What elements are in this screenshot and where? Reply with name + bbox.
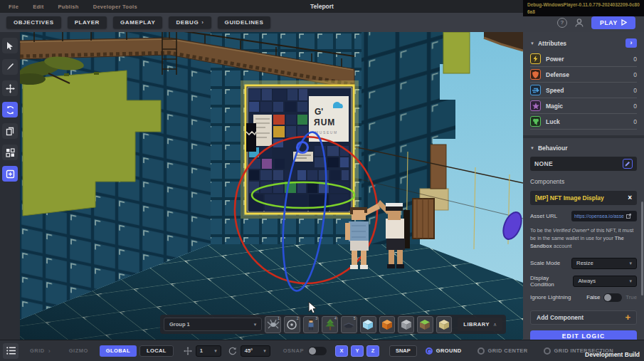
speed-icon xyxy=(530,85,541,95)
display-condition-row: Display Condition Always ▾ xyxy=(530,275,637,288)
asset-slot-npc[interactable]: 3 xyxy=(303,316,320,333)
asset-slot-sand-cube[interactable] xyxy=(436,316,453,333)
play-triangle-icon xyxy=(621,19,627,26)
rotate-step-select[interactable]: 45°▾ xyxy=(241,345,270,357)
add-asset-tool-button[interactable] xyxy=(2,166,18,182)
menu-developer-tools[interactable]: Developer Tools xyxy=(93,4,137,10)
cursor-icon xyxy=(6,41,14,51)
attributes-next-button[interactable]: › xyxy=(625,38,637,48)
chevron-down-icon: ▾ xyxy=(629,261,632,266)
edit-behaviour-button[interactable] xyxy=(623,159,633,169)
move-icon xyxy=(6,84,15,93)
help-icon[interactable]: ? xyxy=(557,18,567,28)
sand-cube-icon xyxy=(438,318,450,331)
add-component-button[interactable]: Add Component + xyxy=(530,310,637,325)
brush-icon xyxy=(6,63,14,71)
stone-cube-icon xyxy=(400,318,413,331)
grid-label[interactable]: GRID xyxy=(30,347,45,354)
copy-icon xyxy=(6,127,14,136)
behaviour-value-row: NONE xyxy=(530,157,637,171)
close-icon[interactable]: × xyxy=(628,194,632,202)
window-title: Teleport xyxy=(310,3,334,10)
menu-edit[interactable]: Edit xyxy=(33,4,43,10)
nft-image-display-object[interactable]: G' ЯUM MUSEUM xyxy=(243,83,356,216)
wooden-door xyxy=(413,199,434,239)
menu-publish[interactable]: Publish xyxy=(58,4,79,10)
global-button[interactable]: GLOBAL xyxy=(100,345,137,357)
asset-url-input[interactable]: https://opensea.io/asse xyxy=(571,211,637,221)
attributes-section: ▼ Attributes › Power 0 Defense 0 Speed 0 xyxy=(523,32,644,135)
plus-icon: + xyxy=(625,313,630,322)
asset-slot-tree[interactable]: 4 xyxy=(322,316,338,333)
asset-slot-creature[interactable]: 1 xyxy=(265,316,281,333)
move-tool-button[interactable] xyxy=(2,80,18,96)
asset-slot-ice-cube[interactable] xyxy=(360,316,376,333)
objectives-button[interactable]: OBJECTIVES xyxy=(6,16,61,28)
paint-tool-button[interactable] xyxy=(2,59,18,75)
viewport-scene: G' ЯUM MUSEUM xyxy=(20,32,523,340)
add-box-icon xyxy=(6,169,15,179)
play-button[interactable]: PLAY xyxy=(591,16,635,29)
snap-ground-radio[interactable]: GROUND xyxy=(426,347,462,355)
snap-grid-center-radio[interactable]: GRID CENTER xyxy=(477,347,528,355)
rotate-icon xyxy=(6,105,15,115)
axis-y-button[interactable]: Y xyxy=(351,345,364,357)
radio-selected-icon xyxy=(426,347,433,355)
ice-cube-icon xyxy=(361,318,374,331)
panel-scrollbar[interactable] xyxy=(641,202,643,295)
select-tool-button[interactable] xyxy=(2,38,18,53)
asset-slot-stone-cube[interactable] xyxy=(398,316,414,333)
group-select[interactable]: Group 1 ▾ xyxy=(164,318,262,331)
viewport-3d[interactable]: G' ЯUM MUSEUM xyxy=(20,32,523,340)
build-id-badge: Debug-WindowsPlayer-0.11.0.779-202403220… xyxy=(523,0,644,16)
svg-text:ЯUM: ЯUM xyxy=(314,117,335,127)
chevron-down-icon: ▾ xyxy=(629,278,632,284)
svg-text:G': G' xyxy=(315,107,323,117)
duplicate-tool-button[interactable] xyxy=(2,123,18,139)
chevron-right-icon: › xyxy=(48,347,51,355)
component-card-nft-image-display[interactable]: [MP] NFT Image Display × xyxy=(530,191,637,205)
player-button[interactable]: PLAYER xyxy=(68,16,107,28)
behaviour-header: Behaviour xyxy=(538,145,568,152)
debug-button[interactable]: DEBUG› xyxy=(169,16,211,28)
move-step-select[interactable]: 1▾ xyxy=(196,345,221,357)
status-bar: GRID › GIZMO GLOBAL LOCAL 1▾ 45°▾ OSNAP … xyxy=(0,340,644,361)
rotate-tool-button[interactable] xyxy=(2,102,18,117)
chevron-down-icon: ▾ xyxy=(254,322,257,328)
left-tool-column xyxy=(0,32,20,340)
pencil-icon xyxy=(625,161,630,167)
luck-icon xyxy=(530,116,541,127)
asset-url-row: Asset URL https://opensea.io/asse xyxy=(530,211,637,221)
attributes-header: Attributes xyxy=(538,40,566,47)
asset-slot-grass-cube[interactable] xyxy=(417,316,433,333)
nft-museum-logo: G' ЯUM MUSEUM xyxy=(309,96,349,142)
asset-quick-bar: Group 1 ▾ 1 2 3 4 5 xyxy=(160,315,506,334)
display-condition-select[interactable]: Always ▾ xyxy=(573,276,637,287)
asset-slot-lava-cube[interactable] xyxy=(379,316,396,333)
guidelines-button[interactable]: GUIDELINES xyxy=(218,16,271,28)
arrange-tool-button[interactable] xyxy=(2,145,18,160)
layers-list-button[interactable] xyxy=(3,343,19,359)
chevron-right-icon: › xyxy=(201,19,204,26)
attribute-row-luck: Luck 0 xyxy=(530,114,637,130)
defense-icon xyxy=(530,69,541,80)
asset-slot-boat[interactable]: 5 xyxy=(341,316,357,333)
gameplay-button[interactable]: GAMEPLAY xyxy=(113,16,162,28)
library-button[interactable]: LIBRARY ∧ xyxy=(458,318,502,331)
menu-file[interactable]: File xyxy=(9,4,19,10)
scale-mode-select[interactable]: Resize ▾ xyxy=(571,258,637,269)
snap-label: SNAP xyxy=(389,345,417,357)
attribute-row-magic: Magic 0 xyxy=(530,98,637,114)
local-button[interactable]: LOCAL xyxy=(139,345,174,357)
list-icon xyxy=(6,347,16,355)
axis-z-button[interactable]: Z xyxy=(366,345,379,357)
collapse-arrow-icon[interactable]: ▼ xyxy=(530,146,534,150)
osnap-toggle[interactable] xyxy=(308,347,327,355)
edit-logic-button[interactable]: EDIT LOGIC xyxy=(530,330,637,340)
avatar-icon[interactable] xyxy=(574,18,584,28)
development-build-label: Development Build xyxy=(585,351,640,358)
asset-slot-teleport-marker[interactable]: 2 xyxy=(284,316,300,333)
ignore-lightning-toggle[interactable] xyxy=(603,293,622,302)
collapse-arrow-icon[interactable]: ▼ xyxy=(530,41,534,46)
axis-x-button[interactable]: X xyxy=(335,345,348,357)
